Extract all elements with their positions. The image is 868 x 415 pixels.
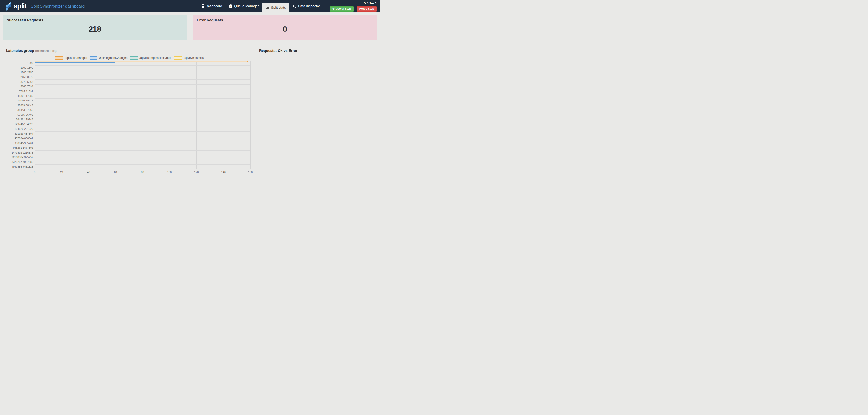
page-title: Split Synchronizer dashboard (31, 4, 85, 9)
y-axis-label: 4987885-7481828 (6, 164, 33, 169)
horizontal-gridline (35, 65, 250, 66)
y-axis-label: 1500-2250 (6, 70, 33, 74)
y-axis-label: 1477892-2216838 (6, 150, 33, 155)
x-axis-label: 40 (87, 171, 90, 173)
vertical-gridline (116, 61, 116, 169)
successful-requests-card: Successful Requests 218 (3, 15, 187, 40)
horizontal-gridline (35, 141, 250, 141)
error-requests-value: 0 (197, 25, 373, 34)
version-label: 5.0.1-rc1 (364, 1, 377, 5)
error-requests-title: Error Requests (197, 18, 373, 22)
control-block: 5.0.1-rc1 Graceful stop Force stop (330, 0, 377, 11)
latencies-chart: 10001000-15001500-22502250-33753375-5063… (6, 61, 253, 175)
y-axis-label: 3375-5063 (6, 79, 33, 84)
nav-item-label: Dashboard (206, 4, 222, 8)
legend-item[interactable]: /api/splitChanges (55, 56, 87, 60)
split-logo-icon (5, 2, 12, 11)
chart-plot-area (35, 61, 250, 169)
x-axis-label: 100 (167, 171, 172, 173)
legend-label: /api/segmentChanges (99, 56, 127, 60)
y-axis-label: 86498-129746 (6, 117, 33, 122)
vertical-gridline (143, 61, 143, 169)
y-axis-label: 3325257-4987885 (6, 160, 33, 164)
horizontal-gridline (35, 94, 250, 94)
successful-requests-title: Successful Requests (7, 18, 183, 22)
y-axis-label: 291929-437894 (6, 131, 33, 136)
legend-item[interactable]: /api/segmentChanges (90, 56, 127, 60)
search-icon (293, 4, 297, 8)
horizontal-gridline (35, 122, 250, 122)
horizontal-gridline (35, 89, 250, 89)
x-axis-label: 160 (248, 171, 253, 173)
x-axis-label: 60 (114, 171, 117, 173)
nav-item-split-stats[interactable]: Split stats (262, 3, 289, 12)
nav-item-label: Queue Manager (234, 4, 259, 8)
latencies-subtitle: (microseconds) (35, 49, 57, 53)
legend-label: /api/splitChanges (65, 56, 87, 60)
x-axis-label: 80 (141, 171, 144, 173)
y-axis-label: 985261-1477892 (6, 145, 33, 150)
horizontal-gridline (35, 98, 250, 99)
graceful-stop-button[interactable]: Graceful stop (330, 6, 353, 11)
y-axis-label: 17086-25629 (6, 98, 33, 103)
bar-api-segmentChanges[interactable] (35, 62, 115, 63)
chart-legend: /api/splitChanges/api/segmentChanges/api… (6, 56, 253, 60)
horizontal-gridline (35, 160, 250, 160)
y-axis-label: 129746-194620 (6, 122, 33, 126)
top-navbar: split Split Synchronizer dashboard Dashb… (0, 0, 380, 12)
brand: split Split Synchronizer dashboard (5, 1, 85, 11)
vertical-gridline (169, 61, 170, 169)
horizontal-gridline (35, 84, 250, 85)
legend-label: /api/events/bulk (184, 56, 204, 60)
x-axis-label: 120 (194, 171, 198, 173)
legend-item[interactable]: /api/events/bulk (174, 56, 204, 60)
info-icon: i (229, 4, 232, 8)
horizontal-gridline (35, 164, 250, 165)
horizontal-gridline (35, 108, 250, 108)
latencies-section: Latencies group (microseconds) /api/spli… (0, 40, 253, 175)
nav-item-dashboard[interactable]: Dashboard (197, 0, 226, 12)
nav-item-queue-manager[interactable]: i Queue Manager (225, 0, 262, 12)
y-axis-label: 2216838-3325257 (6, 155, 33, 159)
vertical-gridline (250, 61, 251, 169)
brand-name: split (13, 3, 27, 9)
x-axis-label: 20 (60, 171, 63, 173)
y-axis-label: 38443-57665 (6, 108, 33, 113)
y-axis-label: 194620-291929 (6, 127, 33, 131)
y-axis-label: 656841-985261 (6, 141, 33, 145)
y-axis-label: 437894-656841 (6, 136, 33, 141)
horizontal-gridline (35, 127, 250, 127)
legend-swatch (174, 56, 182, 60)
legend-label: /api/testImpressions/bulk (140, 56, 172, 60)
y-axis-label: 25629-38443 (6, 103, 33, 107)
nav-menu: Dashboard i Queue Manager Split stats (197, 0, 377, 12)
y-axis-label: 1000-1500 (6, 65, 33, 70)
horizontal-gridline (35, 113, 250, 113)
legend-item[interactable]: /api/testImpressions/bulk (130, 56, 172, 60)
vertical-gridline (196, 61, 197, 169)
error-requests-card: Error Requests 0 (193, 15, 377, 40)
horizontal-gridline (35, 155, 250, 155)
requests-ok-error-title: Requests: Ok vs Error (259, 49, 380, 53)
y-axis-label: 11391-17086 (6, 93, 33, 98)
horizontal-gridline (35, 150, 250, 151)
y-axis-label: 57665-86498 (6, 113, 33, 117)
force-stop-button[interactable]: Force stop (357, 6, 377, 11)
x-axis-label: 0 (34, 171, 35, 173)
horizontal-gridline (35, 117, 250, 118)
y-axis-label: 5063-7594 (6, 84, 33, 89)
nav-item-label: Split stats (271, 6, 286, 9)
legend-swatch (55, 56, 63, 60)
horizontal-gridline (35, 136, 250, 136)
requests-ok-error-section: Requests: Ok vs Error (253, 40, 380, 175)
bar-api-splitChanges[interactable] (35, 61, 248, 62)
nav-item-data-inspector[interactable]: Data inspector (289, 0, 323, 12)
latencies-title: Latencies group (microseconds) (6, 49, 253, 53)
successful-requests-value: 218 (7, 25, 183, 34)
horizontal-gridline (35, 103, 250, 103)
vertical-gridline (223, 61, 224, 169)
grid-icon (200, 4, 204, 8)
x-axis-label: 140 (221, 171, 225, 173)
horizontal-gridline (35, 131, 250, 132)
chart-x-axis-labels: 020406080100120140160 (35, 171, 250, 174)
